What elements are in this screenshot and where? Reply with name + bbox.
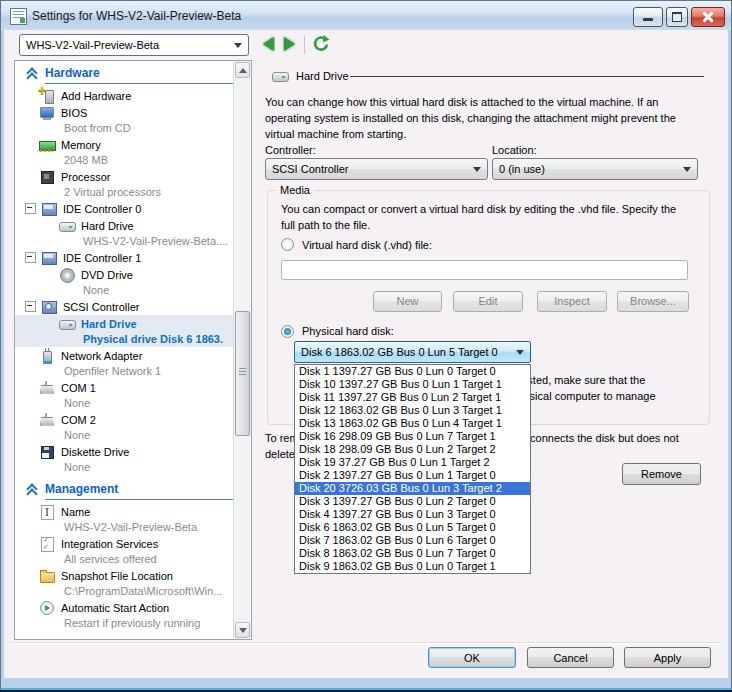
collapse-expander-icon[interactable] [25, 252, 36, 263]
sidebar-item-add-hardware[interactable]: Add Hardware [15, 87, 235, 104]
section-header-management[interactable]: Management [15, 479, 235, 498]
sidebar-content: Hardware Add Hardware BIOS Boot from CD … [15, 61, 235, 631]
location-dropdown[interactable]: 0 (in use) [492, 158, 698, 180]
sidebar-item-scsi-hard-drive-selected[interactable]: Hard Drive Physical drive Disk 6 1863. [15, 315, 235, 347]
vhd-path-input[interactable] [281, 260, 688, 280]
physical-disk-dropdown[interactable]: Disk 6 1863.02 GB Bus 0 Lun 5 Target 0 [294, 341, 531, 363]
chevron-down-icon [473, 167, 481, 172]
sidebar-item-processor[interactable]: Processor [15, 168, 235, 185]
window-title: Settings for WHS-V2-Vail-Preview-Beta [32, 9, 241, 23]
vm-selector-dropdown[interactable]: WHS-V2-Vail-Preview-Beta [19, 34, 249, 56]
navigate-back-button[interactable] [263, 37, 274, 51]
collapse-expander-icon[interactable] [25, 203, 36, 214]
collapse-expander-icon[interactable] [25, 301, 36, 312]
sidebar-item-scsi-controller[interactable]: SCSI Controller [15, 298, 235, 315]
sidebar-item-snapshot-file-location[interactable]: Snapshot File Location [15, 567, 235, 584]
item-label: Add Hardware [61, 90, 131, 102]
item-sublabel: 2 Virtual processors [15, 185, 235, 200]
sidebar-item-ide0-hard-drive[interactable]: Hard Drive [15, 217, 235, 234]
physical-disk-option[interactable]: Disk 8 1863.02 GB Bus 0 Lun 7 Target 0 [295, 547, 530, 560]
item-sublabel: None [15, 428, 235, 443]
panel-title-rule [350, 76, 704, 77]
section-header-label: Management [45, 482, 118, 496]
sidebar-item-dvd-drive[interactable]: DVD Drive [15, 266, 235, 283]
physical-disk-option[interactable]: Disk 6 1863.02 GB Bus 0 Lun 5 Target 0 [295, 521, 530, 534]
ok-button[interactable]: OK [428, 647, 516, 668]
remove-button[interactable]: Remove [622, 463, 701, 485]
physical-disk-option[interactable]: Disk 12 1863.02 GB Bus 0 Lun 3 Target 1 [295, 404, 530, 417]
item-sublabel: Restart if previously running [15, 616, 235, 631]
sidebar-item-integration-services[interactable]: Integration Services [15, 535, 235, 552]
section-underline [45, 83, 233, 84]
physical-disk-option[interactable]: Disk 9 1863.02 GB Bus 0 Lun 0 Target 1 [295, 560, 530, 573]
processor-icon [39, 169, 55, 185]
sidebar-scrollbar[interactable] [233, 61, 251, 639]
physical-disk-option[interactable]: Disk 11 1397.27 GB Bus 0 Lun 2 Target 1 [295, 391, 530, 404]
controller-label: Controller: [265, 144, 316, 156]
vhd-file-radio[interactable] [281, 238, 294, 251]
sidebar-item-bios[interactable]: BIOS [15, 104, 235, 121]
item-sublabel: C:\ProgramData\Microsoft\Win... [15, 584, 235, 599]
footer-separator [10, 642, 722, 643]
sidebar-item-diskette-drive[interactable]: Diskette Drive [15, 443, 235, 460]
physical-disk-listbox[interactable]: Disk 1 1397.27 GB Bus 0 Lun 0 Target 0Di… [294, 364, 531, 574]
sidebar-item-com1[interactable]: COM 1 [15, 379, 235, 396]
item-sublabel: WHS-V2-Vail-Preview-Beta [15, 520, 235, 535]
hard-drive-icon [59, 218, 75, 234]
physical-disk-radio[interactable] [281, 325, 294, 338]
edit-button[interactable]: Edit [453, 291, 523, 312]
name-icon [39, 504, 55, 520]
media-help-text: You can compact or convert a virtual har… [281, 201, 701, 233]
section-header-hardware[interactable]: Hardware [15, 63, 235, 82]
physical-disk-option[interactable]: Disk 7 1863.02 GB Bus 0 Lun 6 Target 0 [295, 534, 530, 547]
item-sublabel: None [15, 283, 235, 298]
collapse-chevron-icon [26, 67, 38, 79]
settings-window: Settings for WHS-V2-Vail-Preview-Beta WH… [0, 0, 732, 692]
physical-disk-option[interactable]: Disk 13 1863.02 GB Bus 0 Lun 4 Target 1 [295, 417, 530, 430]
physical-disk-option[interactable]: Disk 3 1397.27 GB Bus 0 Lun 2 Target 0 [295, 495, 530, 508]
scroll-up-button[interactable] [235, 62, 250, 78]
physical-disk-option[interactable]: Disk 18 298.09 GB Bus 0 Lun 2 Target 2 [295, 443, 530, 456]
collapse-chevron-icon [26, 483, 38, 495]
sidebar-item-network-adapter[interactable]: Network Adapter [15, 347, 235, 364]
item-sublabel: None [15, 396, 235, 411]
snapshot-folder-icon [39, 568, 55, 584]
media-group-label: Media [276, 184, 314, 196]
browse-button[interactable]: Browse... [617, 291, 689, 312]
physical-disk-option[interactable]: Disk 4 1397.27 GB Bus 0 Lun 3 Target 0 [295, 508, 530, 521]
sidebar-item-com2[interactable]: COM 2 [15, 411, 235, 428]
physical-disk-option[interactable]: Disk 19 37.27 GB Bus 0 Lun 1 Target 2 [295, 456, 530, 469]
refresh-icon [311, 34, 331, 54]
physical-disk-option[interactable]: Disk 2 1397.27 GB Bus 0 Lun 1 Target 0 [295, 469, 530, 482]
physical-disk-option[interactable]: Disk 10 1397.27 GB Bus 0 Lun 1 Target 1 [295, 378, 530, 391]
cancel-button[interactable]: Cancel [527, 647, 614, 668]
sidebar-item-ide-controller-0[interactable]: IDE Controller 0 [15, 200, 235, 217]
controller-dropdown[interactable]: SCSI Controller [265, 158, 488, 180]
scrollbar-thumb[interactable] [235, 311, 250, 436]
apply-button[interactable]: Apply [624, 647, 711, 668]
title-bar: Settings for WHS-V2-Vail-Preview-Beta [1, 1, 731, 30]
sidebar-item-memory[interactable]: Memory [15, 136, 235, 153]
physical-disk-option[interactable]: Disk 20 3726.03 GB Bus 0 Lun 3 Target 2 [295, 482, 530, 495]
inspect-button[interactable]: Inspect [537, 291, 607, 312]
refresh-button[interactable] [311, 34, 331, 56]
maximize-button[interactable] [666, 7, 688, 27]
close-button[interactable] [691, 7, 725, 27]
sidebar-item-name[interactable]: Name [15, 503, 235, 520]
new-button[interactable]: New [373, 291, 442, 312]
toolbar-separator [304, 36, 305, 54]
minimize-button[interactable] [633, 7, 663, 27]
physical-disk-option[interactable]: Disk 16 298.09 GB Bus 0 Lun 7 Target 1 [295, 430, 530, 443]
item-sublabel: All services offered [15, 552, 235, 567]
sidebar-item-automatic-start-action[interactable]: Automatic Start Action [15, 599, 235, 616]
sidebar-item-ide-controller-1[interactable]: IDE Controller 1 [15, 249, 235, 266]
bios-icon [39, 105, 55, 121]
item-label: Name [61, 506, 90, 518]
item-sublabel: Physical drive Disk 6 1863. [15, 332, 235, 347]
item-label: Automatic Start Action [61, 602, 169, 614]
navigate-forward-button[interactable] [284, 37, 295, 51]
scroll-down-button[interactable] [235, 622, 250, 638]
item-sublabel: None [15, 460, 235, 475]
item-label: Diskette Drive [61, 446, 129, 458]
physical-disk-option[interactable]: Disk 1 1397.27 GB Bus 0 Lun 0 Target 0 [295, 365, 530, 378]
